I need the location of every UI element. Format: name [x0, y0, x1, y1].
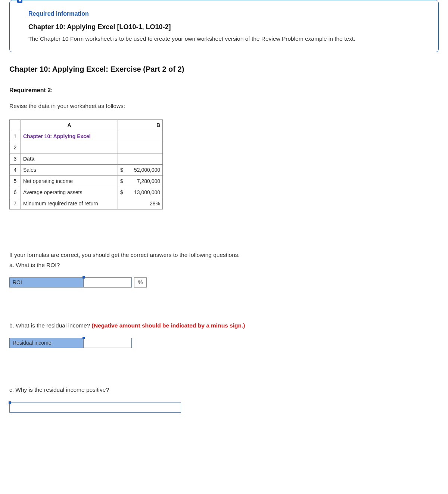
- row-num: 6: [10, 187, 21, 198]
- info-chapter-title: Chapter 10: Applying Excel [LO10-1, LO10…: [28, 22, 428, 32]
- question-b-prefix: b. What is the residual income?: [9, 322, 92, 329]
- roi-label: ROI: [9, 277, 83, 288]
- requirement-label: Requirement 2:: [9, 86, 439, 95]
- answer-row-roi: ROI %: [9, 277, 439, 288]
- cell-a1: Chapter 10: Applying Excel: [21, 131, 118, 142]
- grid-row-2: 2: [10, 142, 163, 153]
- cell-a6: Average operating assets: [21, 187, 118, 198]
- question-b-red: (Negative amount should be indicated by …: [92, 322, 245, 329]
- residual-income-input[interactable]: [83, 338, 132, 348]
- roi-unit: %: [134, 277, 147, 288]
- currency-sym: $: [120, 166, 123, 174]
- currency-val: 13,000,000: [134, 189, 160, 196]
- row-num: 1: [10, 131, 21, 142]
- cell-b4: $ 52,000,000: [118, 164, 163, 175]
- question-c-text: c. Why is the residual income positive?: [9, 385, 439, 394]
- info-text: The Chapter 10 Form worksheet is to be u…: [28, 34, 428, 43]
- answer-row-residual: Residual income: [9, 338, 439, 348]
- input-marker-icon: [9, 401, 11, 404]
- question-intro: If your formulas are correct, you should…: [9, 251, 439, 259]
- currency-sym: $: [120, 189, 123, 196]
- currency-sym: $: [120, 177, 123, 185]
- cell-a5: Net operating income: [21, 175, 118, 187]
- grid-corner: [10, 119, 21, 131]
- grid-row-3: 3 Data: [10, 153, 163, 164]
- roi-input[interactable]: [83, 277, 132, 288]
- question-b-text: b. What is the residual income? (Negativ…: [9, 321, 439, 330]
- excel-data-grid: A B 1 Chapter 10: Applying Excel 2 3 Dat…: [9, 119, 163, 209]
- input-marker-icon: [83, 337, 85, 339]
- currency-val: 7,280,000: [137, 177, 160, 185]
- row-num: 7: [10, 198, 21, 209]
- cell-b7: 28%: [118, 198, 163, 209]
- cell-b5: $ 7,280,000: [118, 175, 163, 187]
- question-a-text: a. What is the ROI?: [9, 261, 439, 269]
- required-info-label: Required information: [28, 9, 428, 18]
- cell-a4: Sales: [21, 164, 118, 175]
- cell-a7: Minumum required rate of return: [21, 198, 118, 209]
- grid-row-6: 6 Average operating assets $ 13,000,000: [10, 187, 163, 198]
- cell-b1: [118, 131, 163, 142]
- info-marker-icon: [17, 0, 22, 3]
- row-num: 4: [10, 164, 21, 175]
- info-box: Required information Chapter 10: Applyin…: [9, 0, 439, 52]
- col-header-b: B: [118, 119, 163, 131]
- residual-label: Residual income: [9, 338, 83, 348]
- question-c-dropdown[interactable]: [9, 403, 181, 413]
- grid-row-1: 1 Chapter 10: Applying Excel: [10, 131, 163, 142]
- grid-row-7: 7 Minumum required rate of return 28%: [10, 198, 163, 209]
- cell-a3: Data: [21, 153, 118, 164]
- cell-b3: [118, 153, 163, 164]
- cell-b2: [118, 142, 163, 153]
- row-num: 5: [10, 175, 21, 187]
- cell-b6: $ 13,000,000: [118, 187, 163, 198]
- row-num: 3: [10, 153, 21, 164]
- grid-row-5: 5 Net operating income $ 7,280,000: [10, 175, 163, 187]
- cell-a2: [21, 142, 118, 153]
- exercise-title: Chapter 10: Applying Excel: Exercise (Pa…: [9, 63, 439, 75]
- grid-row-4: 4 Sales $ 52,000,000: [10, 164, 163, 175]
- col-header-a: A: [21, 119, 118, 131]
- instruction-text: Revise the data in your worksheet as fol…: [9, 102, 439, 110]
- currency-val: 52,000,000: [134, 166, 160, 174]
- input-marker-icon: [83, 276, 85, 279]
- row-num: 2: [10, 142, 21, 153]
